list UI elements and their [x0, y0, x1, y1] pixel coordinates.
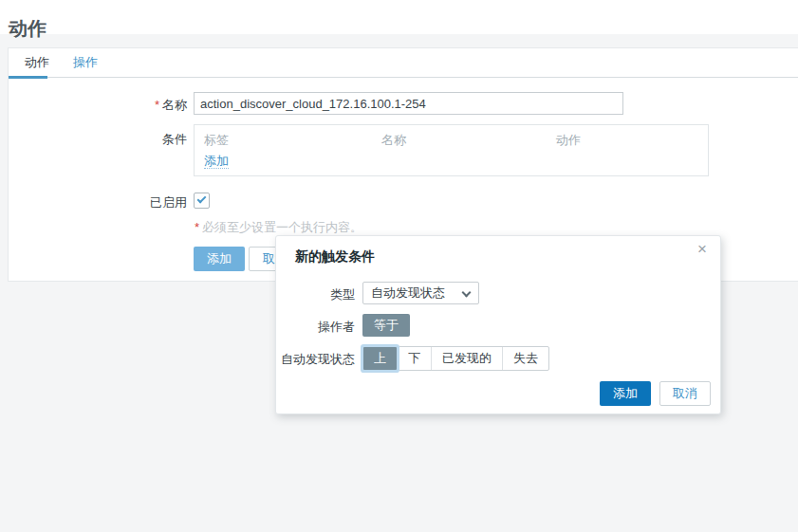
required-asterisk: *: [195, 220, 199, 234]
dialog-title: 新的触发条件: [295, 248, 375, 266]
name-label: *名称: [9, 97, 187, 114]
checkmark-icon: [197, 194, 207, 204]
name-input[interactable]: [194, 92, 623, 115]
status-option-down[interactable]: 下: [397, 347, 431, 370]
form-add-button[interactable]: 添加: [194, 247, 245, 271]
status-option-discovered[interactable]: 已发现的: [431, 347, 502, 370]
close-icon[interactable]: ×: [695, 240, 710, 259]
tab-bar: 动作 操作: [9, 48, 798, 78]
conditions-header-label: 标签: [204, 132, 229, 149]
conditions-header-action: 动作: [556, 132, 581, 149]
new-trigger-condition-dialog: 新的触发条件 × 类型 自动发现状态 操作者 等于 自动发现状态 上 下 已发现…: [275, 235, 721, 414]
status-segmented-control: 上 下 已发现的 失去: [362, 346, 549, 371]
type-label: 类型: [276, 286, 355, 303]
type-select[interactable]: 自动发现状态: [362, 282, 479, 304]
tab-action[interactable]: 动作: [25, 54, 49, 71]
enabled-label: 已启用: [9, 194, 187, 211]
page-title: 动作: [9, 16, 46, 42]
type-select-value: 自动发现状态: [371, 284, 445, 302]
active-tab-underline: [9, 76, 47, 79]
page-header: 动作: [0, 0, 798, 34]
chevron-down-icon: [462, 288, 472, 298]
tab-operations[interactable]: 操作: [73, 54, 98, 71]
conditions-label: 条件: [9, 131, 187, 148]
dialog-cancel-button[interactable]: 取消: [659, 381, 711, 406]
required-note: *必须至少设置一个执行内容。: [195, 219, 362, 236]
conditions-header-name: 名称: [381, 132, 406, 149]
conditions-add-link[interactable]: 添加: [204, 154, 229, 169]
required-asterisk: *: [155, 98, 159, 112]
operator-label: 操作者: [276, 319, 355, 336]
dialog-footer: 添加 取消: [600, 381, 711, 406]
enabled-checkbox[interactable]: [194, 193, 210, 209]
conditions-table: 标签 名称 动作 添加: [194, 124, 709, 176]
dialog-add-button[interactable]: 添加: [600, 381, 651, 406]
status-option-up[interactable]: 上: [363, 347, 397, 370]
conditions-header-row: 标签 名称 动作: [195, 125, 708, 148]
status-label: 自动发现状态: [276, 351, 355, 368]
status-option-lost[interactable]: 失去: [502, 347, 548, 370]
operator-equals-button[interactable]: 等于: [362, 314, 410, 337]
